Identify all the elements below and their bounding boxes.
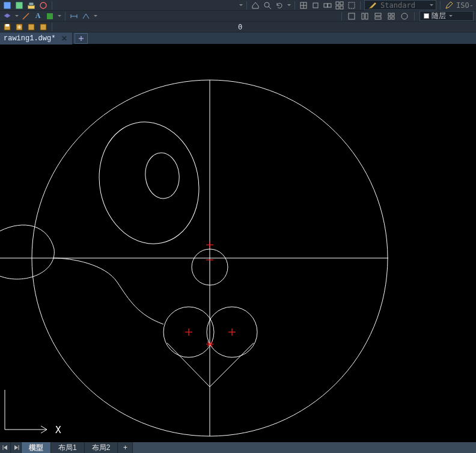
svg-line-50: [167, 343, 210, 387]
color-swatch-icon: [424, 13, 429, 19]
icon-dim2[interactable]: [81, 11, 91, 21]
svg-point-32: [401, 13, 407, 19]
vp-icon-5[interactable]: [400, 11, 409, 21]
svg-rect-27: [375, 17, 381, 19]
svg-rect-10: [313, 3, 318, 8]
iso-label: ISO-: [456, 1, 474, 10]
vp-icon-3[interactable]: [373, 11, 383, 21]
ucs-x-label: X: [55, 424, 61, 436]
dropdown-arrow-icon[interactable]: [15, 15, 19, 17]
icon-dim[interactable]: [69, 11, 79, 21]
svg-rect-38: [28, 24, 34, 30]
file-tab-active[interactable]: rawing1.dwg* ✕: [0, 32, 73, 45]
svg-point-5: [264, 2, 269, 7]
icon-saveplus-1[interactable]: [2, 22, 12, 32]
layout-tab-strip: 模型 布局1 布局2 +: [0, 442, 476, 453]
icon-letter-a[interactable]: A: [33, 11, 43, 21]
svg-rect-30: [388, 17, 391, 19]
separator: [360, 1, 361, 10]
svg-rect-34: [5, 24, 9, 26]
separator: [294, 1, 295, 10]
qat-icon-1[interactable]: [2, 1, 12, 10]
layer-icon[interactable]: [2, 11, 12, 21]
icon-square[interactable]: [311, 1, 320, 10]
icon-select-window[interactable]: [347, 1, 356, 10]
plus-icon: [78, 35, 85, 42]
svg-line-6: [269, 7, 271, 9]
svg-rect-29: [392, 13, 394, 16]
icon-grid[interactable]: [299, 1, 308, 10]
icon-line[interactable]: [21, 11, 31, 21]
svg-point-46: [143, 151, 182, 200]
svg-rect-3: [29, 2, 34, 5]
new-file-tab[interactable]: [75, 33, 88, 44]
layout2-tab[interactable]: 布局2: [85, 442, 118, 453]
quick-access-toolbar: Standard ISO-: [0, 0, 476, 11]
svg-rect-24: [362, 13, 364, 19]
nav-prev-button[interactable]: [11, 442, 22, 453]
drawing-svg: X: [0, 45, 476, 442]
svg-point-4: [40, 2, 46, 8]
qat-icon-4[interactable]: [38, 1, 48, 10]
svg-rect-1: [16, 2, 23, 9]
separator: [52, 23, 52, 31]
edit-icon[interactable]: [444, 1, 454, 10]
layer-color-combo[interactable]: 随层: [420, 11, 474, 21]
icon-saveplus-3[interactable]: [26, 22, 36, 32]
vp-icon-2[interactable]: [360, 11, 370, 21]
separator: [52, 1, 52, 10]
qat-icon-3[interactable]: [26, 1, 36, 10]
icon-saveplus-4[interactable]: [38, 22, 48, 32]
icon-refresh[interactable]: [275, 1, 284, 10]
icon-two-squares[interactable]: [323, 1, 332, 10]
chevron-down-icon: [449, 15, 453, 17]
separator: [440, 1, 441, 10]
svg-rect-26: [375, 13, 381, 16]
layout1-tab[interactable]: 布局1: [51, 442, 85, 453]
svg-rect-23: [349, 13, 355, 19]
layer-combo-label: 随层: [432, 11, 446, 21]
add-layout-label: +: [123, 443, 127, 452]
pencil-icon: [368, 2, 377, 9]
svg-point-45: [88, 112, 210, 253]
layout1-tab-label: 布局1: [58, 443, 77, 453]
file-tab-label: rawing1.dwg*: [4, 34, 55, 43]
svg-rect-19: [47, 13, 53, 19]
style-combo[interactable]: Standard: [364, 0, 436, 10]
separator: [65, 12, 66, 20]
icon-magnifier[interactable]: [263, 1, 272, 10]
vp-icon-1[interactable]: [347, 11, 356, 21]
svg-rect-0: [4, 2, 11, 9]
layout2-tab-label: 布局2: [92, 443, 111, 453]
dropdown-arrow-icon[interactable]: [58, 15, 61, 17]
svg-rect-28: [388, 13, 391, 16]
third-toolbar: 0: [0, 22, 476, 32]
svg-rect-16: [340, 6, 343, 9]
dropdown-arrow-icon[interactable]: [287, 4, 291, 6]
svg-rect-11: [324, 4, 328, 7]
separator: [341, 12, 342, 20]
separator: [246, 1, 247, 10]
file-tab-close[interactable]: ✕: [60, 34, 69, 43]
icon-four-squares[interactable]: [335, 1, 344, 10]
icon-green[interactable]: [45, 11, 55, 21]
svg-rect-31: [392, 17, 394, 19]
vp-icon-4[interactable]: [386, 11, 396, 21]
svg-rect-13: [336, 2, 339, 5]
qat-icon-2[interactable]: [14, 1, 24, 10]
model-space-canvas[interactable]: X: [0, 45, 476, 442]
icon-saveplus-2[interactable]: [14, 22, 24, 32]
model-tab-label: 模型: [29, 443, 43, 453]
svg-rect-12: [328, 4, 331, 7]
style-combo-value: Standard: [380, 1, 426, 10]
dropdown-arrow-icon[interactable]: [239, 4, 243, 6]
file-tab-strip: rawing1.dwg* ✕: [0, 32, 476, 45]
svg-line-64: [41, 430, 47, 433]
add-layout-tab[interactable]: +: [118, 442, 133, 453]
icon-home[interactable]: [251, 1, 260, 10]
nav-first-button[interactable]: [0, 442, 11, 453]
dropdown-arrow-icon[interactable]: [94, 15, 97, 17]
secondary-toolbar: A 随层: [0, 11, 476, 22]
ucs-icon: [5, 390, 47, 433]
model-tab[interactable]: 模型: [22, 442, 51, 453]
